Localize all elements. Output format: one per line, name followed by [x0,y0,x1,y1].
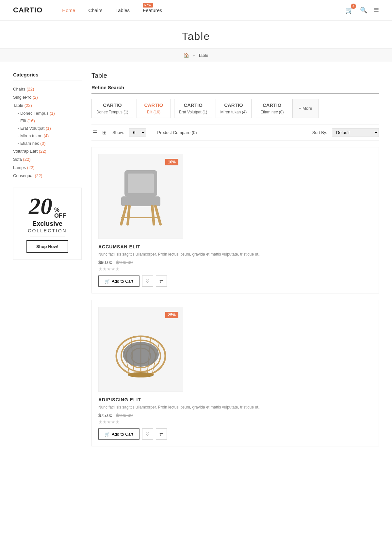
toolbar: ☰ ⊞ Show: 6 12 24 Product Compare (0) So… [91,125,379,141]
cat-count: (22) [39,149,46,154]
cat-label: Lamps [13,165,27,170]
nav-features[interactable]: Features [143,8,162,13]
filter-card-3[interactable]: CARTIO Miren tukan (4) [216,99,252,118]
svg-line-5 [128,206,129,224]
svg-line-6 [152,206,154,224]
filter-card-2[interactable]: CARTIO Erat Volutpat (1) [174,99,212,118]
add-to-cart-button-1[interactable]: 🛒 Add to Cart [98,428,139,440]
svg-point-17 [123,342,159,367]
filter-card-more[interactable]: + More [292,99,318,118]
svg-rect-2 [121,196,160,206]
product-price-0: $90.00 $100.00 [98,260,372,265]
cat-count: (1) [50,111,55,116]
product-image-area: 10% [98,154,183,239]
nav-home[interactable]: Home [62,8,75,13]
product-compare[interactable]: Product Compare (0) [157,130,197,135]
sidebar-item-table[interactable]: Table (22) [13,101,82,109]
sidebar: Categories Chairs (22) SinglePro (2) Tab… [13,72,82,453]
stars-0: ★★★★★ [98,266,372,272]
product-image-1 [111,317,170,382]
view-icons: ☰ ⊞ [91,129,108,136]
promo-exclusive: Exclusive [19,220,76,227]
menu-icon[interactable]: ☰ [374,7,379,14]
sidebar-item-sofa[interactable]: Sofa (22) [13,155,82,163]
sidebar-item-volutrap[interactable]: Volutrap Eart (22) [13,147,82,155]
cat-count: (16) [27,118,35,123]
logo[interactable]: CARTIO [13,6,42,14]
cat-count: (22) [23,157,30,162]
promo-percent-off-wrap: % OFF [54,207,66,219]
product-card-0: 10% ACCUMSAN ELIT Nunc [91,147,379,293]
product-image-0 [111,164,170,229]
breadcrumb-home[interactable]: 🏠 [184,53,189,58]
content: Table Refine Search CARTIO Donec Tempus … [91,72,379,453]
nav-chairs[interactable]: Chairs [88,8,102,13]
cart-icon-wrap[interactable]: 🛒 4 [345,6,353,14]
grid-view-icon[interactable]: ⊞ [101,129,108,136]
svg-line-3 [121,206,126,224]
product-name-1: ADIPISCING ELIT [98,397,372,402]
filter-card-4[interactable]: CARTIO Etiam nec (0) [255,99,289,118]
svg-point-18 [128,372,154,377]
sidebar-item-chairs[interactable]: Chairs (22) [13,85,82,93]
svg-rect-1 [128,174,154,193]
product-actions-0: 🛒 Add to Cart ♡ ⇄ [98,276,372,287]
promo-banner: 20 % OFF Exclusive COLLECTION Shop Now! [13,188,82,260]
cat-label: Consequat [13,173,35,178]
sidebar-item-lamps[interactable]: Lamps (22) [13,163,82,172]
wishlist-button-0[interactable]: ♡ [142,276,153,287]
filter-card-logo: CARTIO [260,102,284,108]
show-label: Show: [112,130,124,135]
product-image-area-1: 25% [98,307,183,392]
price-sale-1: $75.00 [98,413,112,418]
cat-label: - Erat Volutpat [18,126,46,131]
content-title: Table [91,72,379,79]
filter-card-label-4: Etiam nec (0) [260,110,284,114]
breadcrumb-sep: » [192,53,195,58]
sidebar-item-erat[interactable]: - Erat Volutpat (1) [13,125,82,132]
filter-card-logo: CARTIO [179,102,207,108]
svg-line-4 [155,206,160,224]
shop-now-button[interactable]: Shop Now! [26,240,68,253]
sidebar-item-etiam[interactable]: - Etiam nec (0) [13,140,82,147]
main-nav: Home Chairs Tables NEW Features [62,8,345,13]
cat-count: (2) [33,95,38,100]
show-select[interactable]: 6 12 24 [129,128,146,137]
sidebar-item-consequat[interactable]: Consequat (22) [13,172,82,180]
cat-count: (1) [46,126,51,131]
new-badge: NEW [143,3,153,8]
cat-count: (4) [43,133,49,138]
compare-button-0[interactable]: ⇄ [156,276,167,287]
nav-tables[interactable]: Tables [116,8,130,13]
add-to-cart-button-0[interactable]: 🛒 Add to Cart [98,276,139,287]
compare-button-1[interactable]: ⇄ [156,428,167,440]
more-label: + More [299,106,312,111]
wishlist-button-1[interactable]: ♡ [142,428,153,440]
cart-icon-btn-0: 🛒 [105,279,110,284]
cat-count: (22) [27,165,35,170]
cat-label: - Etiam nec [18,141,40,146]
sidebar-item-elit[interactable]: - Elit (16) [13,117,82,125]
nav-features-wrap: NEW Features [143,8,162,13]
categories-title: Categories [13,72,82,80]
filter-card-logo: CARTIO [220,102,247,108]
list-view-icon[interactable]: ☰ [91,129,99,136]
price-sale-0: $90.00 [98,260,112,265]
promo-percent: % [54,207,59,213]
sort-select[interactable]: Default Price: Low to High Price: High t… [332,128,379,137]
filter-card-1[interactable]: CARTIO Elit (16) [137,99,171,118]
sidebar-item-miren[interactable]: - Miren tukan (4) [13,132,82,140]
sidebar-item-donec[interactable]: - Donec Tempus (1) [13,109,82,117]
product-price-1: $75.00 $100.00 [98,413,372,418]
filter-card-0[interactable]: CARTIO Donec Tempus (1) [91,99,133,118]
price-original-0: $100.00 [116,260,133,265]
refine-title: Refine Search [91,85,379,93]
search-icon[interactable]: 🔍 [360,7,367,14]
cat-label: Volutrap Eart [13,149,39,154]
sidebar-item-singlepro[interactable]: SinglePro (2) [13,93,82,101]
filter-card-label-3: Miren tukan (4) [220,110,247,114]
product-name-0: ACCUMSAN ELIT [98,244,372,249]
breadcrumb: 🏠 » Table [0,49,392,62]
discount-badge-1: 25% [165,312,178,318]
promo-big-number: 20 [29,193,52,219]
